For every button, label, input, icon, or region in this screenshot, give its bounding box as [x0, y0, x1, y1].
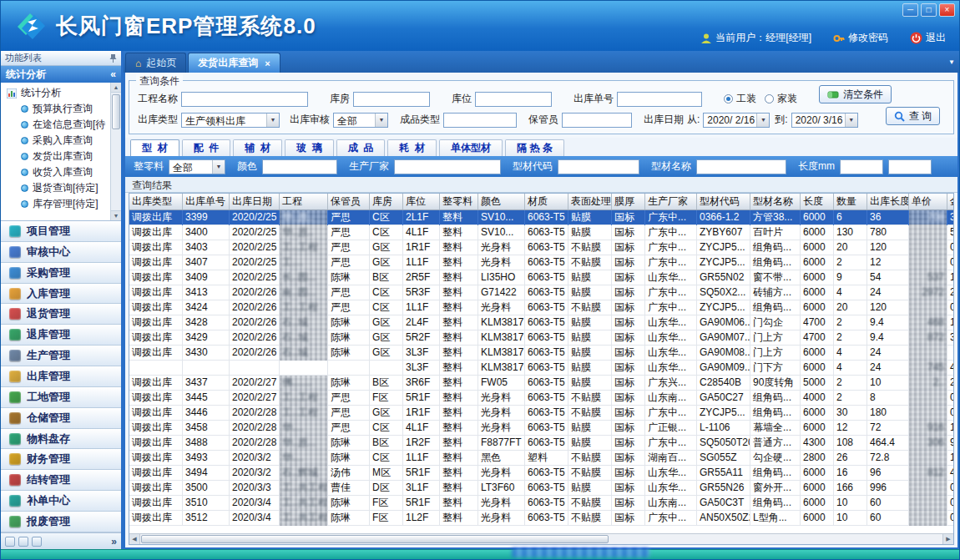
out-type-select[interactable]: 生产领料出库 ▼ — [181, 113, 280, 128]
table-row[interactable]: 调拨出库35002020/3/3工..共工程曹佳D区3L1F整料LT3F6060… — [129, 481, 953, 496]
keeper-input[interactable] — [562, 113, 632, 128]
logout-button[interactable]: 退出 — [910, 31, 946, 45]
radio-home-decoration[interactable]: 家装 — [765, 92, 797, 106]
table-row[interactable]: 调拨出库34452020/2/27工..工程严思F区5R1F整料光身料6063-… — [129, 391, 953, 406]
column-header[interactable]: 型材代码 — [697, 194, 750, 210]
length-min-input[interactable] — [840, 159, 883, 174]
material-tab[interactable]: 配 件 — [182, 139, 231, 156]
material-tab[interactable]: 成 品 — [336, 139, 386, 156]
table-row[interactable]: 调拨出库34582020/2/28华....严思C区4L1F整料光身料6063-… — [129, 421, 953, 436]
table-row[interactable]: 调拨出库35102020/3/4工..共工程陈琳F区5R1F整料光身料6063-… — [129, 496, 953, 511]
tree-scrollbar[interactable]: ▲ ▼ — [110, 83, 121, 220]
sidebar-item[interactable]: 采购管理 — [1, 263, 121, 284]
scroll-left-icon[interactable]: ◀ — [129, 534, 140, 544]
table-row[interactable]: 调拨出库34002020/2/25华..原..严思C区4L1F整料SV10...… — [129, 225, 953, 240]
maximize-icon[interactable]: □ — [921, 3, 937, 17]
table-row[interactable]: 调拨出库34302020/2/26石..城陈琳G区3L3F整料KLM381760… — [129, 346, 953, 361]
sidebar-section-statistics[interactable]: 统计分析 « — [1, 66, 121, 83]
table-row[interactable]: 调拨出库34282020/2/26石..城陈琳G区2L4F整料KLM381760… — [129, 315, 953, 330]
collapse-icon[interactable]: « — [110, 68, 116, 80]
scroll-down-icon[interactable]: ▼ — [111, 210, 121, 220]
column-header[interactable]: 库位 — [403, 194, 440, 210]
sidebar-item[interactable]: 入库管理 — [1, 284, 121, 305]
material-tab[interactable]: 单体型材 — [439, 139, 503, 156]
expand-more-icon[interactable]: » — [111, 536, 117, 547]
column-header[interactable]: 出库长度 — [867, 194, 909, 210]
column-header[interactable]: 膜厚 — [612, 194, 645, 210]
project-name-input[interactable] — [181, 92, 308, 107]
table-row[interactable]: 调拨出库34462020/2/28工..工程严思G区1R1F整料光身料6063-… — [129, 406, 953, 421]
module-small-icon-2[interactable] — [18, 537, 28, 547]
sidebar-item[interactable]: 工地管理 — [1, 387, 121, 408]
module-small-icon-3[interactable] — [32, 537, 42, 547]
table-row[interactable]: 调拨出库34072020/2/25工....严思G区1L1F整料光身料6063-… — [129, 255, 953, 270]
warehouse-input[interactable] — [353, 92, 430, 107]
sidebar-item[interactable]: 结转管理 — [1, 470, 121, 491]
column-header[interactable]: 颜色 — [478, 194, 525, 210]
date-from-picker[interactable]: 2020/ 2/16 ▼ — [703, 113, 770, 128]
tree-root-statistics[interactable]: 统计分析 — [1, 85, 109, 101]
whole-piece-select[interactable]: 全部 ▼ — [169, 159, 225, 174]
scroll-thumb[interactable] — [112, 94, 120, 129]
column-header[interactable]: 整零料 — [440, 194, 478, 210]
sidebar-item[interactable]: 退货管理 — [1, 304, 121, 325]
sidebar-item[interactable]: 财务管理 — [1, 449, 121, 470]
module-small-icon-1[interactable] — [5, 537, 15, 547]
column-header[interactable]: 表面处理 — [568, 194, 612, 210]
tree-item[interactable]: 库存管理[待定] — [1, 196, 109, 212]
sidebar-item[interactable]: 报废管理 — [1, 512, 121, 532]
pin-icon[interactable] — [109, 53, 117, 63]
table-row[interactable]: 3L3F整料KLM38176063-T5贴膜国标山东华...GA90M09...… — [129, 361, 953, 376]
sidebar-item[interactable]: 退库管理 — [1, 325, 121, 346]
change-password-button[interactable]: 修改密码 — [833, 31, 888, 45]
tree-item[interactable]: 收货入库查询 — [1, 164, 109, 180]
material-tab[interactable]: 辅 材 — [233, 139, 282, 156]
length-max-input[interactable] — [888, 159, 932, 174]
table-row[interactable]: 调拨出库34372020/2/27佛.......陈琳B区3R6F整料FW056… — [129, 376, 953, 391]
horizontal-scrollbar[interactable]: ◀ ▶ — [129, 533, 953, 544]
column-header[interactable]: 长度 — [801, 194, 834, 210]
tab-list-dropdown-icon[interactable]: ▼ — [948, 58, 955, 66]
sidebar-item[interactable]: 出库管理 — [1, 366, 121, 387]
profile-name-input[interactable] — [696, 159, 786, 174]
material-tab[interactable]: 玻 璃 — [285, 139, 334, 156]
sidebar-item[interactable]: 补单中心 — [1, 491, 121, 512]
tree-item[interactable]: 采购入库查询 — [1, 133, 109, 149]
column-header[interactable]: 金 — [947, 194, 953, 210]
column-header[interactable]: 工程 — [280, 194, 328, 210]
clear-conditions-button[interactable]: 清空条件 — [819, 85, 892, 103]
tab-shipping-outbound-query[interactable]: 发货出库查询 × — [188, 53, 280, 73]
location-input[interactable] — [475, 92, 552, 107]
tree-item[interactable]: 在途信息查询[待 — [1, 117, 109, 133]
table-row[interactable]: 调拨出库34242020/2/26工..工程严思C区1L1F整料光身料6063-… — [129, 300, 953, 315]
minimize-icon[interactable]: ─ — [902, 3, 918, 17]
table-row[interactable]: 调拨出库34932020/3/2华....陈琳C区1L1F整料黑色塑料不贴膜国标… — [129, 451, 953, 466]
sidebar-item[interactable]: 审核中心 — [1, 242, 121, 263]
scroll-right-icon[interactable]: ▶ — [942, 534, 953, 544]
close-icon[interactable]: × — [939, 3, 955, 17]
maker-input[interactable] — [394, 159, 501, 174]
search-button[interactable]: 查 询 — [886, 107, 940, 125]
table-row[interactable]: 调拨出库33992020/2/25华..原..严思C区2L1F整料SV10...… — [129, 210, 953, 225]
scroll-thumb[interactable] — [141, 535, 609, 543]
product-type-input[interactable] — [443, 113, 517, 128]
date-to-picker[interactable]: 2020/ 3/16 ▼ — [791, 113, 858, 128]
column-header[interactable]: 保管员 — [328, 194, 370, 210]
order-no-input[interactable] — [617, 92, 702, 107]
sidebar-item[interactable]: 仓储管理 — [1, 408, 121, 429]
column-header[interactable]: 出库单号 — [183, 194, 230, 210]
tree-item[interactable]: 发货出库查询 — [1, 149, 109, 164]
audit-select[interactable]: 全部 ▼ — [333, 113, 388, 128]
sidebar-item[interactable]: 物料盘存 — [1, 429, 121, 450]
tab-close-icon[interactable]: × — [265, 58, 270, 68]
radio-work-clothing[interactable]: 工装 — [724, 92, 756, 106]
column-header[interactable]: 出库日期 — [230, 194, 280, 210]
tree-item[interactable]: 预算执行查询 — [1, 101, 109, 117]
table-row[interactable]: 调拨出库34032020/2/25工..工程严思G区1R1F整料光身料6063-… — [129, 240, 953, 255]
column-header[interactable]: 型材名称 — [750, 194, 801, 210]
sidebar-item[interactable]: 生产管理 — [1, 346, 121, 366]
table-row[interactable]: 调拨出库34092020/2/25长..园...陈琳B区2R5F整料LI35HO… — [129, 270, 953, 285]
column-header[interactable]: 材质 — [525, 194, 568, 210]
table-row[interactable]: 调拨出库34942020/3/2石..辉城汤伟M区5R1F整料光身料6063-T… — [129, 466, 953, 481]
column-header[interactable]: 生产厂家 — [645, 194, 697, 210]
